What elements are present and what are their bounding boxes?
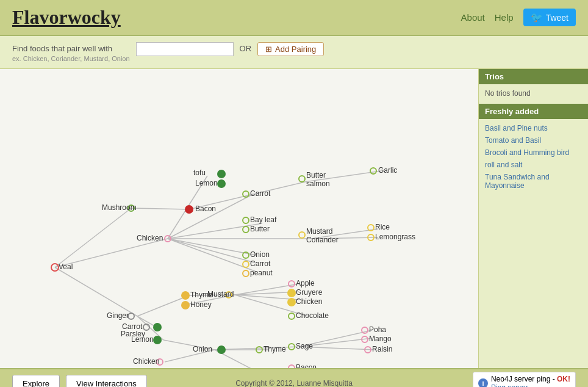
svg-line-8 (168, 239, 256, 255)
freshly-item-4[interactable]: Tuna Sandwich and Mayonnaise (485, 171, 582, 192)
node-parsley[interactable] (154, 324, 161, 331)
explore-button[interactable]: Explore (12, 375, 60, 388)
header-nav: About Help 🐦 Tweet (461, 9, 576, 26)
freshly-item-0[interactable]: Basil and Pine nuts (485, 122, 582, 134)
neo4j-status: i Neo4J server ping - OK! Ping server (473, 372, 576, 387)
node-bayleaf[interactable] (243, 217, 249, 223)
node-apple[interactable] (289, 281, 295, 287)
node-chocolate[interactable] (289, 313, 295, 319)
label-bacon: Bacon (195, 204, 216, 213)
help-link[interactable]: Help (495, 12, 514, 23)
label-peanut: peanut (250, 269, 273, 277)
trios-title: Trios (479, 69, 588, 84)
search-bar: Find foods that pair well with ex. Chick… (0, 36, 588, 69)
search-example: ex. Chicken, Coriander, Mustard, Onion (12, 55, 130, 62)
label-lemon-top: Lemon (195, 179, 218, 187)
label-mango: Mango (369, 335, 392, 343)
neo4j-status-group: Neo4J server ping - OK! Ping server (491, 375, 570, 387)
sidebar: Trios No trios found Freshly added Basil… (478, 69, 588, 368)
label-chicken-low: Chicken (133, 357, 159, 366)
svg-line-9 (168, 239, 256, 263)
node-butter[interactable] (243, 226, 249, 233)
node-carrot-mid[interactable] (243, 261, 249, 267)
node-onion-low[interactable] (218, 346, 225, 353)
node-tofu[interactable] (218, 170, 225, 178)
freshly-added-list: Basil and Pine nuts Tomato and Basil Bro… (479, 119, 588, 195)
svg-line-0 (55, 208, 131, 267)
label-coriander: Coriander (306, 236, 339, 244)
header: Flavorwocky About Help 🐦 Tweet (0, 0, 588, 36)
node-peanut[interactable] (243, 270, 249, 277)
svg-line-2 (55, 267, 137, 316)
add-pairing-button[interactable]: ⊞ Add Pairing (257, 42, 324, 56)
info-icon: i (478, 378, 488, 387)
footer-buttons: Explore View Interactions (12, 375, 147, 388)
view-interactions-button[interactable]: View Interactions (66, 375, 147, 388)
label-tofu: tofu (193, 168, 206, 177)
trios-content: No trios found (479, 84, 588, 103)
label-mustard1: Mustard (306, 227, 332, 236)
main-content: Veal Mushroom Chicken Bacon tofu Lemon C… (0, 69, 588, 368)
label-sage: Sage (296, 342, 313, 350)
node-lemon-top[interactable] (218, 180, 225, 187)
label-mushroom: Mushroom (102, 203, 137, 212)
graph-area: Veal Mushroom Chicken Bacon tofu Lemon C… (0, 69, 478, 368)
node-bacon[interactable] (185, 206, 193, 213)
label-poha: Poha (369, 325, 386, 334)
label-veal: Veal (59, 262, 73, 271)
label-buttersalmon2: salmon (306, 179, 330, 188)
freshly-item-3[interactable]: roll and salt (485, 159, 582, 171)
label-butter: Butter (250, 225, 270, 233)
label-rice: Rice (375, 223, 390, 231)
node-honey[interactable] (182, 302, 189, 309)
freshly-item-1[interactable]: Tomato and Basil (485, 134, 582, 146)
node-poha[interactable] (362, 327, 368, 333)
label-chocolate: Chocolate (296, 311, 329, 320)
about-link[interactable]: About (461, 12, 485, 23)
search-input[interactable] (136, 42, 234, 56)
tweet-label: Tweet (546, 13, 568, 23)
label-honey: Honey (190, 300, 212, 309)
twitter-icon: 🐦 (531, 12, 543, 23)
label-buttersalmon1: Butter (306, 171, 326, 179)
add-pairing-icon: ⊞ (265, 45, 272, 54)
tweet-button[interactable]: 🐦 Tweet (523, 9, 576, 26)
footer-status: i Neo4J server ping - OK! Ping server (473, 372, 576, 387)
node-lemon-low[interactable] (154, 336, 161, 344)
ping-server-link[interactable]: Ping server (491, 383, 570, 387)
node-mustardcoriander[interactable] (299, 232, 305, 238)
node-gruyere[interactable] (288, 289, 295, 297)
node-chicken-mus[interactable] (288, 298, 295, 306)
node-garlic[interactable] (370, 168, 376, 174)
label-ginger: Ginger (107, 311, 129, 320)
app-logo: Flavorwocky (12, 6, 121, 29)
status-ok: OK! (557, 375, 570, 383)
label-onion-low: Onion (193, 345, 212, 353)
copyright-text: Copyright © 2012, Luanne Misquitta (235, 379, 353, 387)
svg-line-3 (131, 208, 189, 209)
or-text: OR (240, 42, 252, 53)
node-thyme[interactable] (182, 292, 189, 299)
label-chicken-top: Chicken (137, 234, 163, 242)
search-label-group: Find foods that pair well with ex. Chick… (12, 42, 130, 62)
label-raisin: Raisin (372, 345, 392, 353)
label-thyme-low: Thyme (264, 345, 286, 353)
label-carrot-mid: Carrot (250, 259, 271, 268)
label-garlic: Garlic (378, 166, 397, 175)
graph-svg: Veal Mushroom Chicken Bacon tofu Lemon C… (0, 69, 478, 368)
freshly-added-title: Freshly added (479, 104, 588, 119)
neo4j-label: Neo4J server ping - OK! (491, 375, 570, 383)
node-buttersalmon[interactable] (299, 176, 305, 182)
label-mustard: Mustard (207, 290, 234, 298)
label-carrot-top: Carrot (250, 189, 271, 198)
label-chicken-mus: Chicken (296, 297, 322, 306)
add-pairing-label: Add Pairing (275, 45, 316, 54)
label-bacon-low: Bacon (296, 363, 317, 368)
footer: Explore View Interactions Copyright © 20… (0, 368, 588, 387)
label-lemon-low: Lemon (131, 335, 154, 344)
node-ginger[interactable] (128, 313, 134, 319)
freshly-item-2[interactable]: Brocoli and Humming bird (485, 146, 582, 159)
label-onion-mid: Onion (250, 250, 270, 259)
label-lemongrass: Lemongrass (375, 233, 415, 241)
label-apple: Apple (296, 279, 315, 288)
